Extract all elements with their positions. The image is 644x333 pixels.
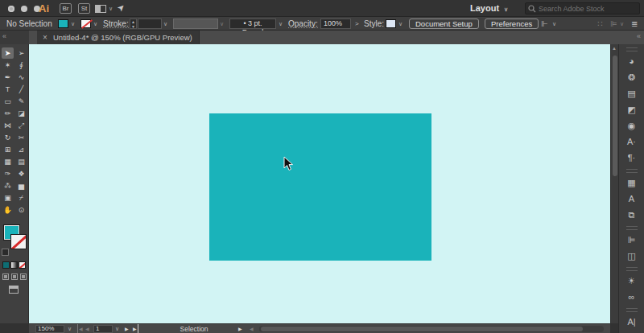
chevron-down-icon[interactable]: ∨ <box>109 6 113 12</box>
search-input[interactable] <box>539 3 638 14</box>
default-fill-stroke-icon[interactable] <box>2 249 9 256</box>
gradient-mode-button[interactable] <box>10 261 18 269</box>
opacity-link[interactable]: Opacity: <box>288 18 318 28</box>
eraser-tool[interactable]: ◪ <box>15 108 27 119</box>
horizontal-scrollbar[interactable] <box>259 326 604 332</box>
paragraph-styles-panel-icon[interactable]: ¶· <box>623 150 641 166</box>
none-mode-button[interactable] <box>19 261 26 269</box>
stroke-weight-link[interactable]: Stroke: <box>103 18 129 28</box>
artboard-number-field[interactable]: 1 <box>93 325 113 333</box>
color-guide-panel-icon[interactable]: ❂ <box>623 69 641 85</box>
vertical-scrollbar[interactable]: ▲ <box>610 44 618 323</box>
window-minimize-button[interactable] <box>21 6 27 12</box>
perspective-grid-tool[interactable]: ⊿ <box>15 144 27 155</box>
paintbrush-tool[interactable]: ✎ <box>15 96 27 107</box>
artboard-chevron-icon[interactable]: ∨ <box>115 324 119 333</box>
gpu-performance-icon[interactable]: ➤ <box>115 2 128 14</box>
scissors-tool[interactable]: ✂ <box>15 132 27 143</box>
shape-builder-tool[interactable]: ⊞ <box>2 144 14 155</box>
align-panel-icon[interactable]: ⊫ <box>623 232 641 248</box>
stroke-weight-field[interactable] <box>138 18 162 29</box>
slice-tool[interactable]: ⌿ <box>15 192 27 204</box>
toolbar-collapse-icon[interactable]: « <box>2 32 6 40</box>
dock-drag-handle[interactable] <box>626 267 638 271</box>
window-close-button[interactable] <box>8 6 14 12</box>
opacity-expand-icon[interactable]: > <box>355 17 359 31</box>
drawn-rectangle[interactable] <box>209 113 431 261</box>
color-mode-button[interactable] <box>2 261 10 269</box>
document-setup-button[interactable]: Document Setup <box>409 18 479 29</box>
dock-drag-handle[interactable] <box>626 308 638 312</box>
column-graph-tool[interactable]: ▅ <box>15 180 27 191</box>
canvas[interactable] <box>29 44 610 323</box>
asset-export-panel-icon[interactable]: ☀ <box>623 273 641 289</box>
bridge-button[interactable]: Br <box>60 3 72 14</box>
workspace-switcher[interactable]: Layout∨ <box>470 3 508 13</box>
stroke-weight-stepper[interactable]: ▲ ▼ <box>130 18 137 29</box>
magic-wand-tool[interactable]: ✶ <box>2 60 14 71</box>
width-tool[interactable]: ⋈ <box>2 120 14 131</box>
draw-inside-button[interactable] <box>20 273 27 280</box>
draw-normal-button[interactable] <box>2 273 9 280</box>
dock-drag-handle[interactable] <box>626 169 638 173</box>
brush-chevron-icon[interactable]: ∨ <box>279 17 283 31</box>
preferences-button[interactable]: Preferences <box>485 18 539 29</box>
hand-tool[interactable]: ✋ <box>2 204 14 216</box>
fill-color-swatch[interactable] <box>58 19 68 28</box>
gradient-tool[interactable]: ▤ <box>15 156 27 167</box>
transparency-panel-icon[interactable]: ◩ <box>623 101 641 117</box>
dock-drag-handle[interactable] <box>626 47 638 51</box>
status-menu-icon[interactable]: ▶ <box>238 324 242 333</box>
first-artboard-icon[interactable]: ◀ <box>77 324 83 333</box>
stroke-chevron-icon[interactable]: ∨ <box>93 17 97 31</box>
draw-behind-button[interactable] <box>11 273 18 280</box>
pathfinder-panel-icon[interactable]: ◫ <box>623 248 641 264</box>
panel-widget-icon[interactable]: ⊩ <box>541 17 548 31</box>
brush-definition-field[interactable]: • 3 pt. Round <box>229 18 276 29</box>
blend-tool[interactable]: ❖ <box>15 168 27 179</box>
stroke-weight-chevron-icon[interactable]: ∨ <box>163 17 167 31</box>
links-panel-icon[interactable]: ∞ <box>623 289 641 305</box>
tab-close-icon[interactable]: × <box>43 31 47 44</box>
gradient-panel-panel-icon[interactable]: ▤ <box>623 85 641 101</box>
line-segment-tool[interactable]: ╱ <box>15 84 27 95</box>
artboard-tool[interactable]: ▣ <box>2 192 14 204</box>
rectangle-tool[interactable]: ▭ <box>2 96 14 107</box>
symbol-sprayer-tool[interactable]: ⁂ <box>2 180 14 191</box>
dock-drag-handle[interactable] <box>626 226 638 230</box>
horizontal-scroll-thumb[interactable] <box>261 327 583 331</box>
pencil-tool[interactable]: ✏ <box>2 108 14 119</box>
zoom-level-field[interactable]: 150% <box>35 325 64 333</box>
opacity-field[interactable]: 100% <box>320 18 351 29</box>
align-glyphs-icon[interactable]: ⊫ <box>610 17 617 31</box>
previous-artboard-icon[interactable]: ◀ <box>85 324 89 333</box>
last-artboard-icon[interactable]: ▶ <box>133 324 138 333</box>
lasso-tool[interactable]: ∮ <box>15 60 27 71</box>
character-styles-panel-icon[interactable]: A· <box>623 134 641 150</box>
zoom-tool[interactable]: ⊙ <box>15 204 27 216</box>
export-panel-icon[interactable]: ⧉ <box>623 207 641 223</box>
next-artboard-icon[interactable]: ▶ <box>125 324 129 333</box>
rotate-tool[interactable]: ↻ <box>2 132 14 143</box>
eyedropper-tool[interactable]: ✑ <box>2 168 14 179</box>
stock-button[interactable]: St <box>78 3 90 14</box>
screen-mode-button[interactable] <box>9 286 19 294</box>
free-transform-tool[interactable]: ⤢ <box>15 120 27 131</box>
align-chevron-icon[interactable]: ∨ <box>620 17 624 31</box>
selection-tool[interactable]: ➤ <box>2 47 14 59</box>
scroll-left-icon[interactable]: ◀ <box>250 324 254 333</box>
stroke-color-swatch[interactable] <box>80 19 91 28</box>
grid-dots-icon[interactable]: ∷ <box>597 17 602 31</box>
vertical-scroll-thumb[interactable] <box>613 56 617 176</box>
color-panel-icon[interactable]: ◕ <box>623 53 641 69</box>
dock-collapse-icon[interactable]: « <box>637 32 641 40</box>
mesh-tool[interactable]: ▦ <box>2 156 14 167</box>
step-down-icon[interactable]: ▼ <box>131 24 135 29</box>
document-tab[interactable]: × Untitled-4* @ 150% (RGB/GPU Preview) <box>37 31 200 44</box>
panel-widget-chevron-icon[interactable]: ∨ <box>552 17 556 31</box>
graphic-styles-panel-icon[interactable]: A <box>623 191 641 207</box>
fill-chevron-icon[interactable]: ∨ <box>71 17 75 31</box>
scroll-up-icon[interactable]: ▲ <box>612 46 617 51</box>
control-menu-icon[interactable]: ≣ <box>631 17 638 31</box>
curvature-tool[interactable]: ∿ <box>15 72 27 83</box>
